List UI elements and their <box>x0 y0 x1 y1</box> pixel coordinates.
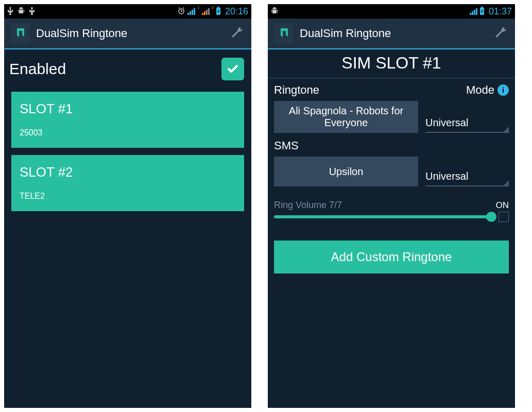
slot-1-subtitle: 25003 <box>20 128 236 138</box>
svg-point-1 <box>22 8 22 8</box>
sms-mode-dropdown[interactable]: Universal <box>425 157 509 186</box>
phone-screen-2: 01:37 DualSim Ringtone SIM SLOT #1 Ringt… <box>268 4 515 408</box>
on-checkbox[interactable] <box>499 212 509 222</box>
app-title: DualSim Ringtone <box>300 27 391 40</box>
add-custom-ringtone-button[interactable]: Add Custom Ringtone <box>274 241 509 273</box>
enabled-label: Enabled <box>9 60 66 78</box>
battery-icon <box>479 7 485 16</box>
slot-2-subtitle: TELE2 <box>20 192 236 201</box>
mode-label: Mode <box>466 83 494 97</box>
slot-1-card[interactable]: SLOT #1 25003 <box>11 92 244 148</box>
enabled-checkbox[interactable] <box>221 58 244 80</box>
volume-slider[interactable] <box>274 215 491 218</box>
signal-icon-2 <box>202 8 210 15</box>
app-logo-icon <box>10 24 30 43</box>
alarm-icon <box>177 7 185 16</box>
slot-1-title: SLOT #1 <box>20 101 236 117</box>
sms-label: SMS <box>274 139 299 152</box>
android-icon <box>271 7 278 16</box>
app-logo-icon <box>274 24 294 43</box>
volume-label: Ring Volume 7/7 <box>274 200 342 211</box>
enabled-row: Enabled <box>4 49 251 92</box>
slot-header: SIM SLOT #1 <box>268 49 515 78</box>
ringtone-mode-dropdown[interactable]: Universal <box>425 101 509 133</box>
info-icon[interactable]: i <box>497 84 509 96</box>
slot-2-card[interactable]: SLOT #2 TELE2 <box>11 155 244 211</box>
svg-point-3 <box>273 8 273 8</box>
ringtone-mode-value: Universal <box>425 117 468 129</box>
status-bar: 01:37 <box>268 4 515 19</box>
battery-icon <box>216 7 221 16</box>
settings-wrench-icon[interactable] <box>229 24 245 43</box>
content-area: SIM SLOT #1 Ringtone Mode i Ali Spagnola… <box>268 49 515 408</box>
status-bar: 1 2 20:16 <box>4 4 251 19</box>
svg-point-0 <box>20 8 20 8</box>
ringtone-picker-button[interactable]: Ali Spagnola - Robots for Everyone <box>274 101 418 133</box>
signal-label-1: 1 <box>197 5 199 10</box>
ringtone-value: Ali Spagnola - Robots for Everyone <box>280 105 412 129</box>
app-bar: DualSim Ringtone <box>4 19 251 49</box>
phone-screen-1: 1 2 20:16 DualSim Ringtone Enabled SLOT … <box>4 4 251 408</box>
sms-mode-value: Universal <box>425 170 468 182</box>
add-button-label: Add Custom Ringtone <box>331 250 452 264</box>
svg-point-4 <box>275 8 276 8</box>
signal-icon <box>470 8 477 15</box>
slot-2-title: SLOT #2 <box>20 164 236 180</box>
content-area: Enabled SLOT #1 25003 SLOT #2 TELE2 <box>4 49 251 408</box>
sms-value: Upsilon <box>329 166 364 178</box>
signal-icon-1 <box>187 8 195 15</box>
app-title: DualSim Ringtone <box>36 27 127 40</box>
status-time: 20:16 <box>225 6 248 17</box>
android-icon <box>18 7 25 16</box>
usb-icon-2 <box>29 7 35 16</box>
status-time: 01:37 <box>489 6 512 17</box>
slider-thumb-icon[interactable] <box>486 212 496 222</box>
ringtone-label: Ringtone <box>274 83 319 97</box>
settings-wrench-icon[interactable] <box>492 24 509 43</box>
signal-label-2: 2 <box>212 5 214 10</box>
app-bar: DualSim Ringtone <box>268 19 515 49</box>
usb-icon <box>7 7 13 16</box>
sms-picker-button[interactable]: Upsilon <box>274 157 418 186</box>
on-label: ON <box>496 200 509 211</box>
